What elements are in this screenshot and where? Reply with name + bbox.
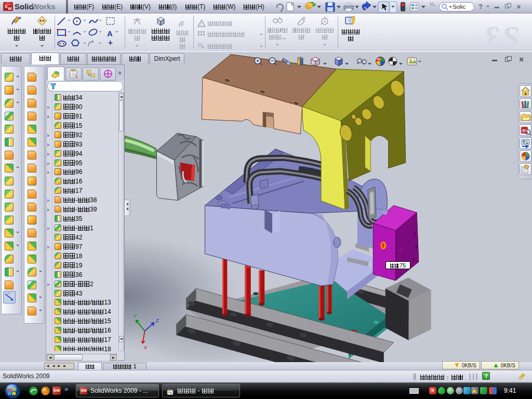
svg-text:Works: Works <box>32 2 56 11</box>
svg-text:X: X <box>143 344 148 350</box>
svg-text:W: W <box>8 6 12 11</box>
svg-text:Solid: Solid <box>15 2 34 11</box>
svg-text:!: ! <box>201 22 202 27</box>
svg-text:Z: Z <box>155 317 159 323</box>
svg-text:A: A <box>107 29 113 38</box>
